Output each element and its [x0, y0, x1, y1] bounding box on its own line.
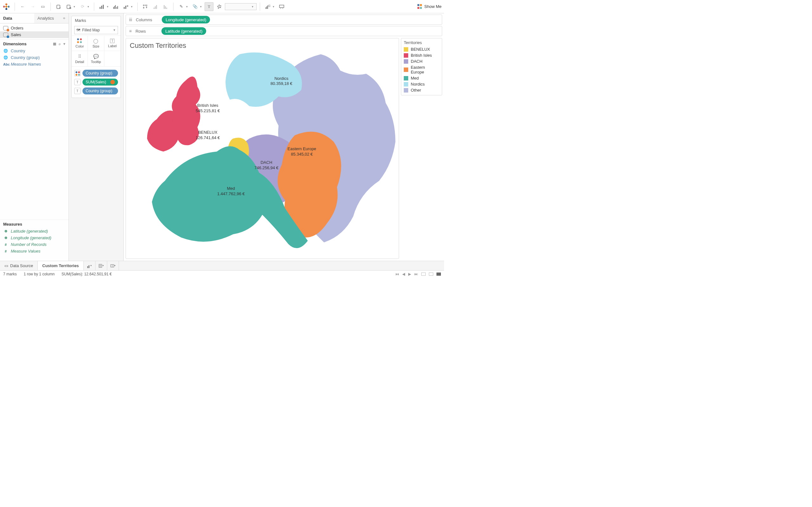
refresh-button[interactable]: ⟳ [78, 2, 87, 11]
hash-icon: # [3, 249, 8, 253]
first-icon[interactable]: ⏮ [395, 272, 399, 276]
map-label: DACH746.256,94 € [254, 160, 278, 171]
legend: Territories BENELUXBritish IslesDACHEast… [401, 38, 442, 95]
pause-updates-button[interactable] [64, 2, 73, 11]
rows-shelf[interactable]: ≡ Rows Latitude (generated) [125, 26, 442, 36]
mark-pill-row[interactable]: TSUM(Sales) [74, 78, 118, 86]
columns-pill[interactable]: Longitude (generated) [162, 16, 210, 23]
dimensions-header: Dimensions ▦⌕▾ [0, 39, 68, 48]
measure-field[interactable]: #Number of Records [0, 241, 68, 248]
datasource-item[interactable]: Orders [0, 25, 68, 32]
legend-item[interactable]: Nordics [404, 81, 439, 87]
highlight-button[interactable]: ✎ [177, 2, 186, 11]
mark-pill[interactable]: SUM(Sales) [83, 78, 118, 86]
map-label: BENELUX126.741,64 € [196, 130, 220, 141]
show-me-icon [417, 4, 422, 9]
datasource-icon: ▭ [4, 263, 8, 268]
svg-rect-29 [280, 5, 284, 8]
map-icon: 🗺 [77, 28, 80, 32]
legend-item[interactable]: Other [404, 87, 439, 93]
map-label: Nordics80.359,18 € [270, 76, 293, 87]
analytics-tab[interactable]: Analytics≑ [34, 13, 68, 23]
svg-rect-19 [154, 8, 154, 9]
pin-button[interactable] [215, 2, 223, 11]
dimension-field[interactable]: AbcMeasure Names [0, 61, 68, 67]
map-viz[interactable]: Custom Territories [125, 38, 399, 259]
last-icon[interactable]: ⏭ [414, 272, 418, 276]
fit-button[interactable] [263, 2, 272, 11]
datasource-tab[interactable]: ▭Data Source [0, 261, 38, 270]
mark-pill[interactable]: Country (group) [83, 70, 118, 77]
sheet-tab[interactable]: Custom Territories [38, 261, 84, 270]
marks-type-select[interactable]: 🗺 Filled Map▼ [74, 26, 118, 34]
marks-size[interactable]: ◯Size [88, 36, 104, 51]
svg-rect-17 [145, 5, 146, 6]
clear-sheet-button[interactable] [121, 2, 131, 11]
mark-pill-row[interactable]: Country (group) [74, 70, 118, 77]
group-button[interactable]: 📎 [191, 2, 200, 11]
measure-field[interactable]: ⊕Latitude (generated) [0, 228, 68, 234]
svg-rect-5 [70, 7, 71, 9]
show-me-button[interactable]: Show Me [417, 4, 442, 9]
redo-button[interactable]: → [28, 2, 37, 11]
new-worksheet-tab[interactable] [84, 261, 96, 270]
columns-shelf[interactable]: iii Columns Longitude (generated) [125, 14, 442, 25]
dimension-field[interactable]: 🌐Country [0, 48, 68, 54]
legend-item[interactable]: British Isles [404, 52, 439, 58]
marks-color[interactable]: Color [72, 36, 88, 51]
undo-button[interactable]: ← [18, 2, 27, 11]
svg-rect-12 [116, 7, 117, 9]
legend-item[interactable]: DACH [404, 58, 439, 64]
measure-field[interactable]: #Measure Values [0, 248, 68, 255]
next-icon[interactable]: ▶ [408, 272, 411, 276]
measure-field[interactable]: ⊕Longitude (generated) [0, 234, 68, 241]
new-story-tab[interactable] [107, 261, 119, 270]
legend-item[interactable]: Eastern Europe [404, 64, 439, 75]
new-dashboard-tab[interactable] [96, 261, 107, 270]
legend-title: Territories [404, 40, 439, 45]
mark-pill-row[interactable]: TCountry (group) [74, 88, 118, 95]
mark-pill[interactable]: Country (group) [83, 88, 118, 95]
data-sidebar: Data Analytics≑ OrdersSales Dimensions ▦… [0, 13, 69, 261]
svg-rect-21 [156, 5, 157, 9]
legend-item[interactable]: Med [404, 75, 439, 81]
svg-rect-15 [125, 6, 126, 9]
swap-button[interactable] [141, 2, 150, 11]
rows-pill[interactable]: Latitude (generated) [161, 27, 206, 35]
sort-desc-button[interactable] [161, 2, 170, 11]
svg-rect-13 [117, 6, 118, 9]
database-icon [3, 26, 8, 31]
status-dims: 1 row by 1 column [24, 272, 55, 276]
menu-icon[interactable]: ▾ [63, 42, 65, 46]
new-worksheet-button[interactable] [97, 2, 106, 11]
search-icon[interactable]: ⌕ [59, 42, 61, 46]
data-tab[interactable]: Data [0, 13, 34, 23]
duplicate-sheet-button[interactable] [111, 2, 120, 11]
pill-type-icon [74, 70, 81, 76]
presentation-button[interactable] [277, 2, 286, 11]
rows-icon: ≡ [129, 29, 132, 34]
marks-detail[interactable]: ⠿Detail [72, 51, 88, 66]
view-med-icon[interactable] [429, 273, 433, 276]
pill-type-icon: T [74, 79, 81, 85]
prev-icon[interactable]: ◀ [402, 272, 405, 276]
dimension-field[interactable]: 🌐Country (group) [0, 54, 68, 61]
svg-rect-6 [100, 7, 101, 9]
view-large-icon[interactable] [437, 273, 441, 276]
view-icon[interactable]: ▦ [53, 42, 56, 46]
marks-tooltip[interactable]: 💬Tooltip [88, 51, 104, 66]
map-label: Eastern Europe85.345,02 € [288, 147, 316, 157]
toolbar-input[interactable]: ▾ [225, 3, 257, 10]
save-button[interactable]: ▭ [38, 2, 47, 11]
view-small-icon[interactable] [421, 273, 426, 276]
svg-rect-7 [101, 6, 102, 9]
color-swatch [404, 76, 408, 80]
sort-asc-button[interactable] [151, 2, 160, 11]
show-labels-button[interactable]: T [205, 2, 213, 11]
legend-item[interactable]: BENELUX [404, 46, 439, 52]
datasource-item[interactable]: Sales [0, 32, 68, 38]
marks-label[interactable]: TLabel [104, 36, 120, 51]
new-datasource-button[interactable] [54, 2, 63, 11]
svg-rect-10 [114, 6, 115, 9]
status-sum: SUM(Sales): 12.642.501,91 € [61, 272, 112, 276]
